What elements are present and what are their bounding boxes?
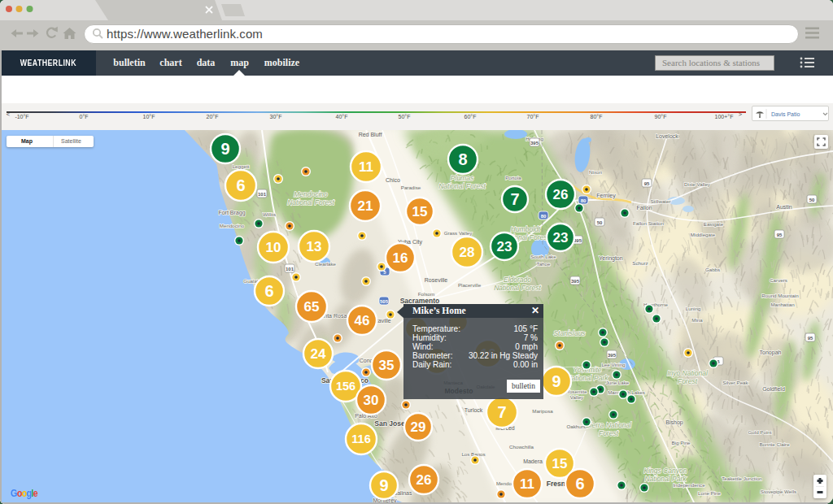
svg-text:395: 395: [571, 279, 580, 284]
svg-text:50: 50: [597, 220, 603, 225]
svg-text:Eastgate: Eastgate: [704, 221, 724, 227]
svg-text:Kings Canyon: Kings Canyon: [644, 467, 687, 475]
svg-text:95: 95: [777, 232, 783, 237]
svg-text:Willits: Willits: [263, 211, 276, 217]
svg-text:15: 15: [412, 204, 428, 219]
svg-text:9: 9: [220, 140, 229, 158]
svg-text:Dixie Valley: Dixie Valley: [684, 181, 711, 187]
svg-text:Yerington: Yerington: [599, 255, 622, 262]
svg-text:Lovelock: Lovelock: [656, 133, 678, 139]
svg-text:9: 9: [552, 372, 560, 390]
svg-text:9: 9: [379, 476, 388, 494]
svg-text:Turlock: Turlock: [464, 407, 483, 413]
svg-text:Grass Valley: Grass Valley: [444, 230, 473, 236]
svg-text:Paradise: Paradise: [401, 185, 421, 190]
svg-text:11: 11: [359, 159, 373, 175]
svg-text:7: 7: [510, 190, 519, 208]
svg-text:Fallon: Fallon: [636, 205, 652, 211]
svg-text:Sierra National: Sierra National: [586, 421, 632, 429]
svg-text:8: 8: [458, 150, 467, 168]
svg-text:Mendocino: Mendocino: [294, 190, 328, 198]
svg-text:23: 23: [553, 230, 569, 245]
svg-text:Mariposa: Mariposa: [532, 408, 553, 414]
svg-text:65: 65: [304, 299, 320, 315]
svg-text:6: 6: [575, 475, 584, 493]
svg-text:Chico: Chico: [386, 177, 400, 183]
svg-text:80: 80: [581, 198, 587, 203]
svg-text:Manhattan: Manhattan: [770, 302, 795, 307]
svg-text:29: 29: [411, 419, 426, 435]
svg-text:6: 6: [264, 282, 273, 300]
svg-text:Bishop: Bishop: [665, 419, 683, 426]
svg-text:National Park: National Park: [566, 374, 608, 382]
svg-text:26: 26: [553, 187, 569, 202]
svg-text:23: 23: [497, 239, 512, 254]
svg-text:16: 16: [393, 250, 408, 266]
svg-text:Valley: Valley: [570, 394, 584, 400]
svg-text:Stanislaus: Stanislaus: [553, 329, 586, 337]
svg-text:June Lake: June Lake: [606, 380, 630, 385]
svg-text:Roseville: Roseville: [425, 277, 448, 283]
svg-text:46: 46: [355, 313, 370, 328]
svg-text:116: 116: [351, 432, 370, 445]
svg-text:South Lake: South Lake: [530, 254, 556, 259]
svg-text:Fernley: Fernley: [596, 193, 616, 199]
svg-text:Davis Patio: Davis Patio: [771, 111, 800, 117]
svg-text:21: 21: [358, 198, 373, 214]
svg-text:50: 50: [809, 198, 815, 202]
svg-text:80: 80: [541, 214, 547, 219]
svg-text:395: 395: [530, 141, 539, 146]
svg-text:Lone Pine: Lone Pine: [698, 490, 721, 496]
svg-text:6: 6: [236, 176, 245, 194]
svg-text:Mina: Mina: [691, 317, 703, 323]
svg-text:95: 95: [808, 336, 813, 341]
svg-text:Bonnie Claire: Bonnie Claire: [759, 441, 790, 447]
svg-text:13: 13: [307, 239, 322, 254]
svg-text:Nixon: Nixon: [589, 169, 602, 175]
svg-text:Tonopah: Tonopah: [760, 350, 782, 356]
svg-text:Madera: Madera: [523, 458, 543, 464]
svg-text:Placerville: Placerville: [458, 282, 482, 288]
svg-text:Chowchilla: Chowchilla: [509, 444, 534, 450]
svg-text:National Forest: National Forest: [438, 182, 486, 190]
svg-text:Teakettle Junction: Teakettle Junction: [722, 476, 762, 481]
svg-text:Fallon Station: Fallon Station: [633, 220, 664, 226]
svg-text:Forest: Forest: [678, 377, 698, 385]
svg-text:Gabbs: Gabbs: [705, 267, 720, 272]
svg-text:35: 35: [379, 358, 395, 373]
svg-text:Carvers: Carvers: [770, 277, 787, 283]
svg-text:Schurz: Schurz: [632, 260, 648, 266]
svg-text:Leggett: Leggett: [233, 163, 250, 169]
svg-text:Forest: Forest: [599, 429, 619, 437]
svg-text:Inyo National: Inyo National: [667, 369, 709, 377]
svg-text:101: 101: [286, 267, 294, 272]
svg-text:San Jose: San Jose: [374, 419, 405, 428]
svg-text:Folsom: Folsom: [418, 291, 434, 297]
svg-text:Austin: Austin: [776, 204, 792, 210]
svg-text:28: 28: [460, 245, 475, 260]
svg-text:11: 11: [520, 476, 534, 492]
svg-text:National Forest: National Forest: [494, 284, 541, 292]
svg-text:Round Mountain: Round Mountain: [761, 293, 799, 298]
svg-text:505: 505: [380, 299, 389, 304]
svg-text:Plumas: Plumas: [451, 174, 474, 182]
svg-text:Fort Bragg: Fort Bragg: [218, 210, 245, 216]
svg-text:Humboldt: Humboldt: [511, 225, 541, 233]
svg-text:Silver Peak: Silver Peak: [722, 380, 748, 385]
svg-text:156: 156: [336, 380, 355, 393]
svg-text:Luning: Luning: [686, 306, 701, 311]
svg-text:Lee Vining: Lee Vining: [601, 362, 626, 367]
svg-text:7: 7: [497, 403, 506, 421]
svg-text:National Park: National Park: [644, 475, 687, 483]
svg-text:30: 30: [364, 393, 379, 408]
svg-text:Eldorado: Eldorado: [504, 276, 531, 284]
svg-text:10: 10: [266, 240, 281, 255]
svg-text:Middlegate: Middlegate: [691, 232, 716, 237]
svg-text:Tahoe: Tahoe: [537, 261, 551, 267]
svg-text:101: 101: [258, 192, 267, 197]
svg-text:Gold Point: Gold Point: [748, 429, 772, 435]
svg-text:Big Pine: Big Pine: [671, 440, 691, 445]
svg-text:Goldfield: Goldfield: [762, 386, 785, 392]
svg-text:Independence: Independence: [673, 482, 705, 488]
svg-text:Portola: Portola: [505, 175, 521, 180]
